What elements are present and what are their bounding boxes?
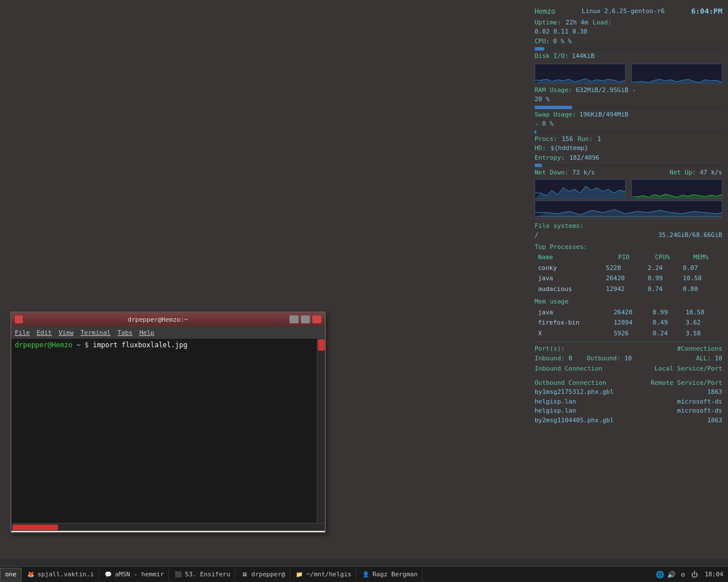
- fs-divider: [535, 219, 722, 219]
- load-label: Load:: [593, 18, 611, 28]
- taskbar-item-media[interactable]: ⬛ 53. Ensiferu: [169, 568, 235, 581]
- terminal-menubar: File Edit View Terminal Tabs Help: [11, 326, 325, 339]
- mem-proc-name: X: [536, 329, 610, 339]
- outbound-conn-label: Outbound Connection: [535, 379, 606, 388]
- conky-hostname: Hemzo: [535, 6, 555, 16]
- swap-percent: - 0 %: [535, 119, 553, 129]
- mem-proc-cpu: 0.99: [651, 308, 682, 318]
- ram-bar: [535, 106, 722, 109]
- mem-proc-pid: 26420: [611, 308, 650, 318]
- ram-value: 632MiB/2.95GiB -: [576, 86, 636, 95]
- table-row: conky 5228 2.24 0.07: [536, 264, 721, 273]
- col-cpu: CPU%: [646, 253, 680, 263]
- tray-power-icon[interactable]: ⏻: [689, 568, 700, 581]
- cpu-bar-fill: [535, 47, 544, 51]
- list-item: by1msg2175312.phx.gbl 1863: [535, 388, 722, 397]
- taskbar-item-firefox[interactable]: 🦊 spjall.vaktin.i: [22, 568, 99, 581]
- table-row: X 5926 0.24 3.58: [536, 329, 721, 339]
- ports-label: Port(s):: [535, 344, 565, 354]
- run-value: 1: [597, 135, 601, 144]
- mem-proc-name: firefox-bin: [536, 318, 610, 328]
- mem-proc-pid: 5926: [611, 329, 650, 339]
- procs-label: Procs:: [535, 135, 557, 144]
- menu-terminal[interactable]: Terminal: [81, 329, 111, 336]
- proc-cpu: 0.74: [646, 285, 680, 294]
- prompt-user: drpepper: [15, 341, 48, 349]
- menu-view[interactable]: View: [59, 329, 74, 336]
- cpu-percent: 0 %: [553, 37, 565, 47]
- terminal-minimize-button[interactable]: [289, 315, 299, 323]
- svg-marker-2: [535, 186, 625, 198]
- scrollbar-thumb[interactable]: [318, 339, 325, 351]
- disk-graph: [631, 64, 722, 84]
- mem-proc-name: java: [536, 308, 610, 318]
- mem-proc-mem: 3.58: [683, 329, 721, 339]
- list-item: helgisp.lan microsoft-ds: [535, 406, 722, 416]
- terminal-titlebar: drpepper@Hemzo:~: [11, 313, 325, 326]
- terminal-close-button[interactable]: [15, 315, 23, 323]
- person-icon: 👤: [361, 570, 370, 579]
- menu-file[interactable]: File: [15, 329, 30, 336]
- prompt-symbol: $: [85, 341, 93, 349]
- mem-usage-label: Mem usage: [535, 298, 569, 305]
- menu-tabs[interactable]: Tabs: [117, 329, 133, 336]
- load-value: 0.02 0.11 0.30: [535, 28, 588, 35]
- outbound-connections-list: by1msg2175312.phx.gbl 1863 helgisp.lan m…: [535, 388, 722, 425]
- terminal-prompt-line: drpepper@Hemzo ~ $ import fluxboxlalel.j…: [15, 341, 313, 349]
- terminal-close-button-right[interactable]: [312, 315, 321, 323]
- firefox-icon: 🦊: [26, 570, 35, 579]
- taskbar-right: 🌐 🔊 ⚙ ⏻ 18:04: [655, 568, 728, 581]
- proc-name: audacious: [536, 285, 602, 294]
- media-icon: ⬛: [173, 570, 183, 579]
- menu-edit[interactable]: Edit: [37, 329, 52, 336]
- swap-bar-fill: [535, 130, 536, 134]
- terminal-maximize-button[interactable]: [301, 315, 310, 323]
- taskbar-item-person[interactable]: 👤 Ragz Bergman: [357, 568, 423, 581]
- desktop: Hemzo Linux 2.6.25-gentoo-r6 6:04:PM Upt…: [0, 0, 728, 559]
- mem-proc-cpu: 0.24: [651, 329, 682, 339]
- workspace-label: one: [5, 571, 16, 578]
- terminal-horizontal-scrollbar[interactable]: [11, 523, 325, 531]
- net-combined-graph: [535, 201, 722, 217]
- all-label: ALL:: [696, 355, 712, 362]
- tray-volume-icon[interactable]: 🔊: [666, 568, 677, 581]
- terminal-content[interactable]: drpepper@Hemzo ~ $ import fluxboxlalel.j…: [11, 339, 317, 523]
- disk-io-label: Disk I/O:: [535, 52, 569, 61]
- mem-proc-mem: 3.62: [683, 318, 721, 328]
- fs-label: File systems:: [535, 222, 584, 230]
- tray-network-icon[interactable]: 🌐: [655, 568, 666, 581]
- menu-help[interactable]: Help: [139, 329, 155, 336]
- proc-pid: 12942: [603, 285, 644, 294]
- swap-bar: [535, 130, 722, 134]
- inbound-value: 0: [569, 355, 573, 362]
- connections-label: #Connections: [677, 344, 722, 354]
- taskbar-item-amsn[interactable]: 💬 aMSN - hemmir: [99, 568, 169, 581]
- table-row: audacious 12942 0.74 0.80: [536, 285, 721, 294]
- taskbar-item-terminal[interactable]: 🖥 drpepper@: [235, 568, 291, 581]
- terminal-scrollbar[interactable]: [317, 339, 325, 523]
- cpu-bar: [535, 47, 722, 51]
- outbound-value: 10: [624, 355, 632, 362]
- ports-divider: [535, 342, 722, 342]
- workspace-button[interactable]: one: [0, 568, 22, 581]
- col-pid: PID: [603, 253, 644, 263]
- taskbar-item-folder[interactable]: 📁 ~/mnt/helgis: [290, 568, 356, 581]
- tray-settings-icon[interactable]: ⚙: [677, 568, 689, 581]
- list-item: by2msg1104405.phx.gbl 1863: [535, 416, 722, 426]
- remote-service-label: Remote Service/Port: [651, 379, 722, 388]
- terminal-icon: 🖥: [240, 570, 249, 579]
- taskbar-item-label: Ragz Bergman: [373, 571, 417, 578]
- uptime-label: Uptime:: [535, 18, 561, 28]
- proc-name: conky: [536, 264, 602, 273]
- top-processes-table: Name PID CPU% MEM% conky 5228 2.24 0.07 …: [535, 252, 722, 295]
- fs-root-value: 35.24GiB/68.66GiB: [658, 231, 722, 240]
- net-up-value: 47: [700, 169, 707, 176]
- all-value: 10: [715, 355, 722, 362]
- mem-proc-cpu: 0.49: [651, 318, 682, 328]
- h-scrollbar-thumb[interactable]: [13, 525, 58, 530]
- terminal-command: import fluxboxlalel.jpg: [93, 341, 187, 349]
- taskbar-item-label: ~/mnt/helgis: [306, 571, 351, 578]
- prompt-separator: ~: [72, 341, 85, 349]
- conky-os: Linux 2.6.25-gentoo-r6: [582, 7, 665, 16]
- swap-value: 196KiB/494MiB: [580, 110, 628, 120]
